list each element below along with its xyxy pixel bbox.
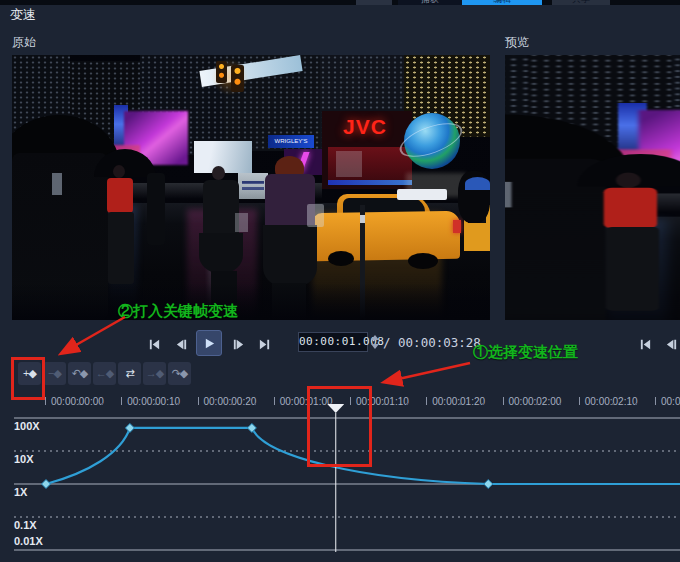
ruler-minor-tick (482, 403, 484, 405)
ruler-tick-label: 00:00:02:20 (661, 396, 680, 407)
ruler-tick-label: 00:00:01:20 (432, 396, 485, 407)
wrigleys-sign-text: WRIGLEY'S (275, 138, 308, 144)
original-video-panel: WRIGLEY'S JVC 7 Av (12, 55, 490, 320)
taxi-roof-sign (397, 189, 447, 200)
ruler-minor-tick (559, 403, 561, 405)
pedestrian-center-skirt (199, 233, 243, 273)
billboard-blue-strip (328, 180, 412, 185)
ease-curve-button[interactable]: ↷◆ (168, 362, 191, 385)
billboard-screen (336, 151, 362, 177)
ruler-minor-tick (406, 403, 408, 405)
play-button[interactable] (196, 330, 222, 356)
annotation-step2: ②打入关键帧变速 (118, 302, 238, 321)
ruler-tick (426, 397, 427, 405)
ruler-tick (503, 397, 504, 405)
original-video-frame: WRIGLEY'S JVC 7 Av (12, 55, 490, 320)
swap-keyframe-button[interactable]: ↶◆ (68, 362, 91, 385)
ruler-minor-tick (383, 403, 385, 405)
ruler-tick (121, 397, 122, 405)
foreground-vignette (505, 309, 680, 320)
earth-globe-sign (404, 113, 460, 169)
billboard-red (328, 147, 412, 185)
pedestrian-red-shirt (107, 178, 133, 213)
preview-prev-frame-button[interactable] (660, 333, 680, 355)
ruler-tick (45, 397, 46, 405)
ruler-minor-tick (612, 403, 614, 405)
page-title: 变速 (10, 6, 36, 24)
ruler-minor-tick (536, 403, 538, 405)
prev-keyframe-button[interactable]: ←◆ (93, 362, 116, 385)
pedestrian-head (212, 166, 225, 180)
tab-edit[interactable]: 编辑 (462, 0, 542, 5)
jvc-billboard: JVC (330, 115, 400, 143)
annotation-step1: ①选择变速位置 (473, 343, 578, 362)
graph-y-label: 0.1X (14, 519, 37, 531)
preview-go-start-button[interactable] (634, 333, 656, 355)
traffic-light (231, 65, 244, 92)
spinner-down-icon[interactable] (371, 344, 379, 349)
go-start-button[interactable] (143, 333, 165, 355)
highlight-box-add-keyframe (11, 357, 45, 400)
ruler-minor-tick (635, 403, 637, 405)
taxi-wheel (408, 253, 438, 269)
remove-keyframe-button[interactable]: −◆ (43, 362, 66, 385)
next-frame-button[interactable] (227, 333, 249, 355)
next-keyframe-button[interactable]: →◆ (143, 362, 166, 385)
ruler-tick-label: 00:00:02:10 (585, 396, 638, 407)
ruler-tick (198, 397, 199, 405)
tab-capture[interactable]: 捕获 (398, 0, 462, 5)
pedestrian-red-shirt-head (113, 165, 125, 178)
ruler-tick (274, 397, 275, 405)
timecode-spinner[interactable] (370, 333, 379, 351)
pedestrian-red-shirt-legs (108, 212, 134, 284)
shopping-bag (307, 204, 324, 227)
keyframe-diamond[interactable] (247, 423, 256, 432)
ruler-minor-tick (154, 403, 156, 405)
ruler-minor-tick (78, 403, 80, 405)
taxi-tail-light (453, 220, 461, 233)
pedestrian-red-shirt-legs (606, 227, 659, 311)
ruler-tick (655, 397, 656, 405)
preview-panel-label: 预览 (505, 34, 529, 51)
reverse-speed-button[interactable]: ⇄ (118, 362, 141, 385)
keyframe-diamond[interactable] (125, 423, 134, 432)
graph-y-label: 100X (14, 420, 40, 432)
graph-y-label: 0.01X (14, 535, 43, 547)
spinner-up-icon[interactable] (371, 335, 379, 340)
home-tab[interactable] (356, 0, 392, 5)
graph-y-label: 1X (14, 486, 28, 498)
current-timecode-field[interactable]: 00:00:01.008 (298, 332, 368, 352)
preview-video-panel: WRIGLEY'S JVC 7 Av (505, 55, 680, 320)
traffic-light (216, 61, 227, 83)
go-end-button[interactable] (253, 333, 275, 355)
blue-umbrella (465, 177, 490, 190)
prev-frame-button[interactable] (170, 333, 192, 355)
ruler-tick-label: 00:00:02:00 (509, 396, 562, 407)
ruler-tick-label: 00:00:00:20 (204, 396, 257, 407)
ruler-minor-tick (101, 403, 103, 405)
preview-video-frame: WRIGLEY'S JVC 7 Av (505, 55, 680, 320)
highlight-box-playhead (307, 386, 372, 467)
jvc-billboard-text: JVC (343, 115, 387, 138)
keyframe-diamond[interactable] (42, 480, 51, 489)
ruler-minor-tick (254, 403, 256, 405)
ruler-tick (579, 397, 580, 405)
held-sign (52, 173, 62, 195)
shopping-bag (235, 213, 248, 232)
foreground-vignette (12, 283, 490, 320)
graph-y-label: 10X (14, 453, 34, 465)
held-sign (505, 182, 512, 208)
storefront-glow (655, 193, 680, 212)
ruler-tick-label: 00:00:00:00 (51, 396, 104, 407)
pedestrian-red-shirt (604, 188, 657, 229)
tab-share[interactable]: 共享 (552, 0, 610, 5)
clip-duration: / 00:00:03:28 (383, 335, 481, 350)
ruler-tick-label: 00:00:00:10 (127, 396, 180, 407)
wrigleys-sign: WRIGLEY'S (268, 135, 314, 148)
ruler-minor-tick (231, 403, 233, 405)
pedestrian (147, 173, 165, 245)
ruler-minor-tick (459, 403, 461, 405)
app-tab-bar: 捕获 编辑 共享 (0, 0, 680, 5)
keyframe-diamond[interactable] (484, 480, 493, 489)
stanchion-band (360, 215, 365, 223)
